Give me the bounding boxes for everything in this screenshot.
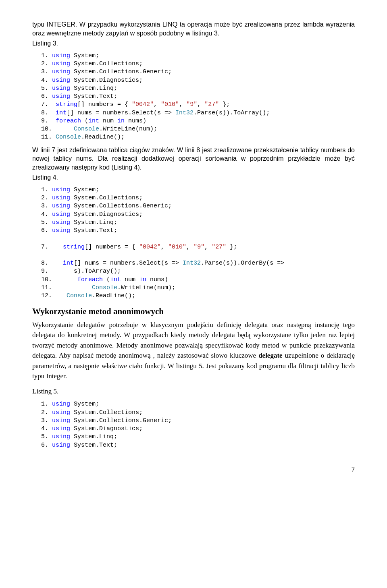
- paragraph-line7: W linii 7 jest zdefiniowana tablica ciąg…: [32, 146, 355, 172]
- listing4-code: 1. using System; 2. using System.Collect…: [41, 186, 355, 300]
- listing5-code: 1. using System; 2. using System.Collect…: [41, 400, 355, 449]
- listing4-label: Listing 4.: [32, 173, 355, 182]
- paragraph-anonymous: Wykorzystanie delegatów potrzebuje w kla…: [32, 320, 355, 381]
- listing3-code: 1. using System; 2. using System.Collect…: [41, 52, 355, 142]
- page-number: 7: [32, 466, 355, 474]
- listing3-label: Listing 3.: [32, 39, 355, 48]
- heading-anonymous-methods: Wykorzystanie metod anonimowych: [32, 306, 355, 317]
- paragraph-intro: typu INTEGER. W przypadku wykorzystania …: [32, 20, 355, 37]
- listing5-label: Listing 5.: [32, 386, 355, 397]
